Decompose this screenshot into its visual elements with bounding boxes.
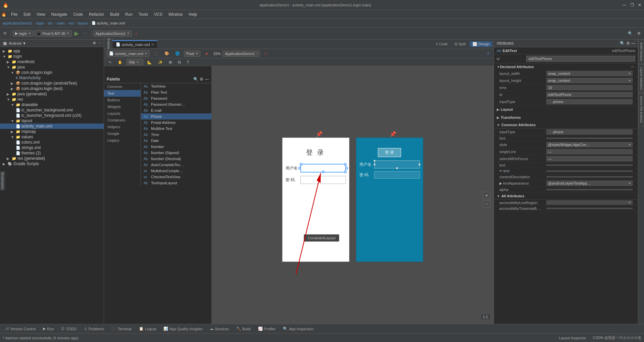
palette-item-number-decimal[interactable]: Ab Number (Decimal): [141, 156, 211, 162]
palette-cat-text[interactable]: Text: [104, 90, 141, 97]
build-variants-tab[interactable]: Build Variants: [638, 40, 644, 64]
magic-tool[interactable]: ✨: [156, 59, 165, 65]
menu-vcs[interactable]: VCS: [151, 11, 165, 17]
toolbar-more-btn[interactable]: ⋯: [81, 31, 89, 36]
palette-item-multiline[interactable]: Ab Multiline Text: [141, 126, 211, 132]
bc-src[interactable]: src: [48, 21, 53, 25]
menu-file[interactable]: File: [8, 11, 20, 17]
project-dropdown[interactable]: Android ▼: [9, 41, 26, 45]
proj-gear-icon[interactable]: ⚙: [93, 41, 96, 45]
orientation-button[interactable]: ⬛: [152, 51, 160, 56]
dp-combo[interactable]: 0dp ▼: [127, 59, 143, 65]
pan-tool[interactable]: ✋: [116, 59, 125, 65]
view-tab-code[interactable]: ≡ Code: [433, 41, 450, 47]
layout-width-value[interactable]: wrap_content ▼: [546, 71, 633, 76]
palette-cat-layouts[interactable]: Layouts: [104, 110, 141, 117]
palette-close-icon[interactable]: —: [205, 77, 209, 82]
tree-item-fg-xml[interactable]: 📄 ic_launcher_foreground.xml (v24): [0, 113, 104, 118]
palette-item-date[interactable]: Ab Date: [141, 138, 211, 144]
run-button[interactable]: ▶: [72, 30, 81, 37]
tree-item-login[interactable]: ▼ 📁 login: [0, 54, 104, 59]
bottom-tab-inspection[interactable]: 🔍 App Inspection: [280, 326, 317, 332]
bookmarks-tab[interactable]: Bookmarks: [0, 171, 5, 191]
tree-item-res[interactable]: ▼ 📁 res: [0, 97, 104, 102]
contentdesc-value[interactable]: [546, 176, 633, 178]
bottom-tab-vcs[interactable]: ⎇ Version Control: [1, 326, 39, 332]
tree-item-app[interactable]: ▶ 📁 app: [0, 48, 104, 54]
attr-search-icon[interactable]: 🔍: [620, 41, 625, 46]
build-variant-combo[interactable]: ApplicationDemo1 ▼: [93, 31, 132, 37]
search-everywhere-button[interactable]: 🔍: [626, 31, 635, 36]
palette-item-email[interactable]: Ab E-mail: [141, 107, 211, 113]
tree-item-activity-main[interactable]: 📄 activity_main.xml: [0, 124, 104, 129]
bottom-tab-quality[interactable]: 📊 App Quality Insights: [160, 326, 206, 332]
id-attr-value[interactable]: editTextPhone: [546, 92, 633, 97]
tree-item-themes[interactable]: 📄 themes (2): [0, 150, 104, 156]
tree-item-strings-xml[interactable]: 📄 strings.xml: [0, 145, 104, 150]
tree-item-bg-xml[interactable]: 📄 ic_launcher_background.xml: [0, 107, 104, 113]
tree-item-colors-xml[interactable]: 📄 colors.xml: [0, 140, 104, 145]
palette-item-textview[interactable]: Ab TextView: [141, 83, 211, 89]
constraint-tool[interactable]: 📐: [145, 59, 154, 65]
menu-run[interactable]: Run: [122, 11, 135, 17]
warning-icon[interactable]: ⚠: [262, 51, 269, 56]
tree-item-test[interactable]: ▶ 📦 com.dragon.login (test): [0, 86, 104, 91]
toolbar-sync-button[interactable]: ⟲: [1, 31, 8, 36]
menu-help[interactable]: Help: [186, 11, 200, 17]
bottom-tab-run[interactable]: ▶ Run: [40, 326, 57, 332]
menu-edit[interactable]: Edit: [21, 11, 33, 17]
menu-build[interactable]: Build: [107, 11, 122, 17]
bc-res[interactable]: res: [69, 21, 74, 25]
inputtype-value[interactable]: 📞 phone: [546, 99, 633, 104]
bottom-tab-build[interactable]: 🔨 Build: [233, 326, 254, 332]
text-tool[interactable]: T: [185, 59, 191, 65]
palette-item-autocomplete[interactable]: Ab AutoCompleteTex…: [141, 162, 211, 168]
theme-button[interactable]: 🎨: [162, 51, 171, 56]
palette-cat-buttons[interactable]: Buttons: [104, 97, 141, 103]
filename-combo[interactable]: 📄 activity_main.xml ▼: [107, 50, 150, 57]
tree-item-java-gen[interactable]: ▶ 📁 java (generated): [0, 91, 104, 97]
zoom-out-button[interactable]: −: [483, 200, 490, 208]
alpha-value[interactable]: [546, 189, 633, 190]
bottom-tab-problems[interactable]: ⚠ Problems: [81, 326, 107, 332]
bottom-tab-todo[interactable]: ☑ TODO: [58, 326, 80, 332]
bc-applicationdemo1[interactable]: applicationDemo1: [3, 21, 32, 25]
menu-refactor[interactable]: Refactor: [86, 11, 107, 17]
settings-button[interactable]: ⚙: [635, 31, 643, 36]
tab-close-button[interactable]: ✕: [151, 43, 154, 46]
select-tool[interactable]: ↖: [107, 59, 114, 65]
selectallfocus-value[interactable]: —: [546, 156, 633, 161]
maximize-button[interactable]: ❐: [630, 3, 634, 7]
pixel-combo[interactable]: Pixel ▼: [184, 51, 201, 57]
bc-layout[interactable]: layout: [78, 21, 87, 25]
palette-search-icon[interactable]: 🔍: [193, 77, 198, 82]
locale-button[interactable]: 🌐: [173, 51, 182, 56]
layout-validation-tab[interactable]: Layout Validation: [638, 64, 644, 93]
palette-cat-legacy[interactable]: Legacy: [104, 137, 141, 144]
tree-item-java[interactable]: ▼ 📁 java: [0, 64, 104, 70]
tree-item-androidtest[interactable]: ▶ 📦 com.dragon.login (androidTest): [0, 81, 104, 86]
hint-value[interactable]: [546, 138, 633, 139]
minimize-button[interactable]: —: [622, 3, 626, 7]
menu-view[interactable]: View: [34, 11, 48, 17]
attr-settings-icon[interactable]: ⚙: [626, 41, 630, 46]
palette-cat-google[interactable]: Google: [104, 130, 141, 137]
palette-item-textinputlayout[interactable]: Ab TextInputLayout: [141, 180, 211, 186]
attr-close-icon[interactable]: —: [631, 41, 635, 46]
accessibility-traversal-value[interactable]: [546, 208, 633, 209]
tree-item-manifests[interactable]: ▶ 📁 manifests: [0, 59, 104, 64]
palette-cat-widgets[interactable]: Widgets: [104, 103, 141, 110]
username-input[interactable]: [300, 164, 346, 173]
toolbar-warning-icon[interactable]: ⚠: [133, 31, 140, 36]
palette-settings-icon[interactable]: ⚙: [200, 77, 203, 82]
bottom-tab-services[interactable]: ☁ Services: [206, 326, 232, 332]
menu-navigate[interactable]: Navigate: [49, 11, 70, 17]
blue-login-button[interactable]: 登 录: [378, 148, 401, 157]
palette-item-number-signed[interactable]: Ab Number (Signed): [141, 150, 211, 156]
close-button[interactable]: ✕: [638, 3, 641, 7]
palette-side-tab[interactable]: Palette: [105, 38, 112, 50]
style-value[interactable]: @style/Widget.AppCon… ▼: [546, 142, 633, 147]
device-combo[interactable]: 📱 Pixel 6 API 30 ▼: [34, 30, 71, 37]
palette-item-phone[interactable]: Ab Phone: [141, 113, 211, 119]
bc-main[interactable]: main: [57, 21, 65, 25]
